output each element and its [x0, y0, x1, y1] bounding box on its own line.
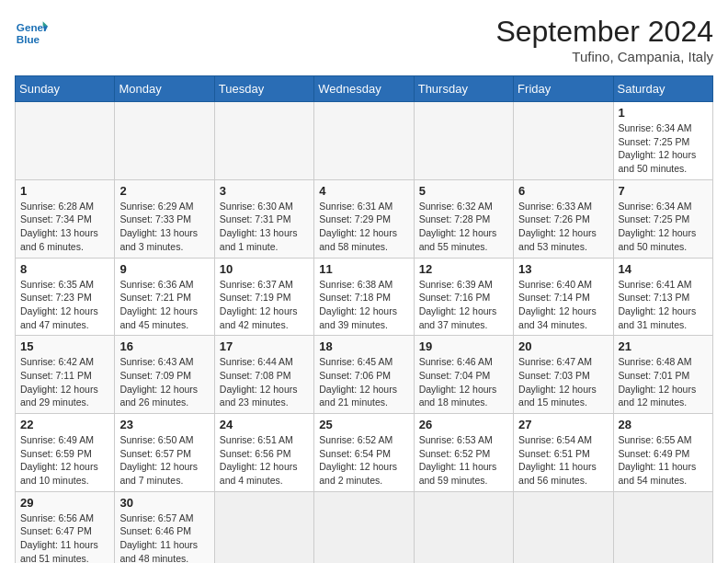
day-header-friday: Friday — [514, 76, 613, 102]
day-number: 30 — [119, 496, 209, 510]
calendar-cell: 9Sunrise: 6:36 AMSunset: 7:21 PMDaylight… — [115, 258, 214, 336]
calendar-cell: 12Sunrise: 6:39 AMSunset: 7:16 PMDayligh… — [414, 258, 513, 336]
day-number: 28 — [619, 418, 708, 431]
calendar-cell — [514, 491, 613, 563]
calendar-cell: 14Sunrise: 6:41 AMSunset: 7:13 PMDayligh… — [613, 258, 712, 336]
day-info: Sunrise: 6:56 AMSunset: 6:47 PMDaylight:… — [20, 511, 109, 563]
calendar-cell: 26Sunrise: 6:53 AMSunset: 6:52 PMDayligh… — [414, 414, 513, 492]
day-number: 24 — [220, 418, 309, 431]
day-number: 14 — [619, 262, 708, 276]
calendar-week-4: 15Sunrise: 6:42 AMSunset: 7:11 PMDayligh… — [16, 336, 713, 414]
day-number: 22 — [20, 418, 109, 431]
logo-icon: General Blue — [15, 15, 48, 48]
calendar-week-1: 1Sunrise: 6:34 AMSunset: 7:25 PMDaylight… — [16, 102, 713, 180]
calendar-cell: 7Sunrise: 6:34 AMSunset: 7:25 PMDaylight… — [613, 179, 712, 258]
day-number: 23 — [119, 418, 209, 431]
day-info: Sunrise: 6:39 AMSunset: 7:16 PMDaylight:… — [419, 278, 508, 332]
day-info: Sunrise: 6:46 AMSunset: 7:04 PMDaylight:… — [419, 355, 508, 409]
day-info: Sunrise: 6:44 AMSunset: 7:08 PMDaylight:… — [220, 355, 309, 409]
day-number: 1 — [20, 184, 109, 198]
day-number: 10 — [220, 262, 309, 276]
calendar-cell: 13Sunrise: 6:40 AMSunset: 7:14 PMDayligh… — [514, 258, 613, 336]
calendar-cell: 19Sunrise: 6:46 AMSunset: 7:04 PMDayligh… — [414, 336, 513, 414]
day-number: 29 — [20, 496, 109, 510]
day-number: 27 — [518, 418, 608, 431]
calendar-cell: 6Sunrise: 6:33 AMSunset: 7:26 PMDaylight… — [514, 179, 613, 258]
day-info: Sunrise: 6:34 AMSunset: 7:25 PMDaylight:… — [619, 121, 708, 176]
day-info: Sunrise: 6:40 AMSunset: 7:14 PMDaylight:… — [518, 278, 608, 332]
day-info: Sunrise: 6:37 AMSunset: 7:19 PMDaylight:… — [220, 278, 309, 332]
day-info: Sunrise: 6:48 AMSunset: 7:01 PMDaylight:… — [619, 355, 708, 409]
calendar-cell: 1Sunrise: 6:28 AMSunset: 7:34 PMDaylight… — [16, 179, 115, 258]
calendar-cell: 10Sunrise: 6:37 AMSunset: 7:19 PMDayligh… — [214, 258, 313, 336]
calendar-cell — [214, 102, 313, 180]
month-title: September 2024 — [495, 15, 713, 49]
day-number: 8 — [20, 262, 109, 276]
day-number: 21 — [619, 339, 708, 353]
calendar-cell — [514, 102, 613, 180]
calendar-cell: 24Sunrise: 6:51 AMSunset: 6:56 PMDayligh… — [214, 414, 313, 492]
day-number: 18 — [319, 339, 408, 353]
day-info: Sunrise: 6:45 AMSunset: 7:06 PMDaylight:… — [319, 355, 408, 409]
logo: General Blue — [15, 15, 48, 48]
day-info: Sunrise: 6:31 AMSunset: 7:29 PMDaylight:… — [319, 200, 408, 254]
calendar-cell: 15Sunrise: 6:42 AMSunset: 7:11 PMDayligh… — [16, 336, 115, 414]
day-info: Sunrise: 6:35 AMSunset: 7:23 PMDaylight:… — [20, 278, 109, 332]
calendar-cell: 1Sunrise: 6:34 AMSunset: 7:25 PMDaylight… — [613, 102, 712, 180]
day-info: Sunrise: 6:28 AMSunset: 7:34 PMDaylight:… — [20, 200, 109, 254]
day-header-sunday: Sunday — [16, 76, 115, 102]
day-number: 1 — [619, 106, 708, 120]
day-info: Sunrise: 6:49 AMSunset: 6:59 PMDaylight:… — [20, 433, 109, 488]
calendar-week-5: 22Sunrise: 6:49 AMSunset: 6:59 PMDayligh… — [16, 414, 713, 492]
page-header: General Blue September 2024 Tufino, Camp… — [15, 15, 713, 64]
day-header-saturday: Saturday — [613, 76, 712, 102]
day-info: Sunrise: 6:47 AMSunset: 7:03 PMDaylight:… — [518, 355, 608, 409]
day-number: 3 — [220, 184, 309, 198]
day-info: Sunrise: 6:55 AMSunset: 6:49 PMDaylight:… — [619, 433, 708, 488]
day-info: Sunrise: 6:42 AMSunset: 7:11 PMDaylight:… — [20, 355, 109, 409]
day-number: 25 — [319, 418, 408, 431]
day-info: Sunrise: 6:52 AMSunset: 6:54 PMDaylight:… — [319, 433, 408, 488]
calendar-cell: 2Sunrise: 6:29 AMSunset: 7:33 PMDaylight… — [115, 179, 214, 258]
calendar-cell: 23Sunrise: 6:50 AMSunset: 6:57 PMDayligh… — [115, 414, 214, 492]
calendar-cell: 22Sunrise: 6:49 AMSunset: 6:59 PMDayligh… — [16, 414, 115, 492]
calendar-cell — [414, 491, 513, 563]
day-number: 26 — [419, 418, 508, 431]
day-info: Sunrise: 6:36 AMSunset: 7:21 PMDaylight:… — [119, 278, 209, 332]
calendar-cell — [115, 102, 214, 180]
day-info: Sunrise: 6:30 AMSunset: 7:31 PMDaylight:… — [220, 200, 309, 254]
calendar-cell: 27Sunrise: 6:54 AMSunset: 6:51 PMDayligh… — [514, 414, 613, 492]
title-block: September 2024 Tufino, Campania, Italy — [495, 15, 713, 64]
calendar-cell — [314, 491, 414, 563]
day-header-monday: Monday — [115, 76, 214, 102]
calendar-cell: 20Sunrise: 6:47 AMSunset: 7:03 PMDayligh… — [514, 336, 613, 414]
day-number: 5 — [419, 184, 508, 198]
calendar-cell: 11Sunrise: 6:38 AMSunset: 7:18 PMDayligh… — [314, 258, 414, 336]
calendar-cell: 8Sunrise: 6:35 AMSunset: 7:23 PMDaylight… — [16, 258, 115, 336]
day-info: Sunrise: 6:33 AMSunset: 7:26 PMDaylight:… — [518, 200, 608, 254]
day-info: Sunrise: 6:51 AMSunset: 6:56 PMDaylight:… — [220, 433, 309, 488]
day-number: 6 — [518, 184, 608, 198]
svg-text:Blue: Blue — [17, 33, 40, 45]
day-number: 4 — [319, 184, 408, 198]
day-number: 16 — [119, 339, 209, 353]
calendar-cell: 29Sunrise: 6:56 AMSunset: 6:47 PMDayligh… — [16, 491, 115, 563]
day-header-tuesday: Tuesday — [214, 76, 313, 102]
day-number: 19 — [419, 339, 508, 353]
day-info: Sunrise: 6:53 AMSunset: 6:52 PMDaylight:… — [419, 433, 508, 488]
day-info: Sunrise: 6:57 AMSunset: 6:46 PMDaylight:… — [119, 511, 209, 563]
calendar-cell: 17Sunrise: 6:44 AMSunset: 7:08 PMDayligh… — [214, 336, 313, 414]
day-info: Sunrise: 6:29 AMSunset: 7:33 PMDaylight:… — [119, 200, 209, 254]
day-number: 17 — [220, 339, 309, 353]
day-info: Sunrise: 6:54 AMSunset: 6:51 PMDaylight:… — [518, 433, 608, 488]
day-header-wednesday: Wednesday — [314, 76, 414, 102]
day-number: 11 — [319, 262, 408, 276]
calendar-week-3: 8Sunrise: 6:35 AMSunset: 7:23 PMDaylight… — [16, 258, 713, 336]
day-info: Sunrise: 6:43 AMSunset: 7:09 PMDaylight:… — [119, 355, 209, 409]
day-info: Sunrise: 6:41 AMSunset: 7:13 PMDaylight:… — [619, 278, 708, 332]
day-number: 2 — [119, 184, 209, 198]
calendar-cell: 30Sunrise: 6:57 AMSunset: 6:46 PMDayligh… — [115, 491, 214, 563]
calendar-cell: 3Sunrise: 6:30 AMSunset: 7:31 PMDaylight… — [214, 179, 313, 258]
calendar-header-row: SundayMondayTuesdayWednesdayThursdayFrid… — [16, 76, 713, 102]
calendar-cell: 28Sunrise: 6:55 AMSunset: 6:49 PMDayligh… — [613, 414, 712, 492]
